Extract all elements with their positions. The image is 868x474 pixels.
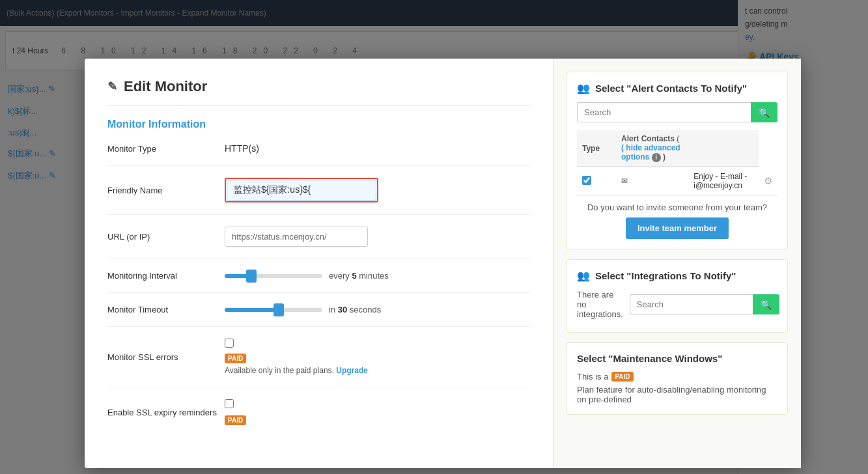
friendly-name-label: Friendly Name [107, 186, 225, 195]
alert-contacts-search-button[interactable]: 🔍 [751, 102, 777, 122]
interval-slider-track[interactable] [225, 274, 322, 278]
info-icon: i [652, 153, 661, 162]
friendly-name-value [225, 178, 530, 202]
interval-slider-thumb[interactable] [246, 270, 257, 283]
modal-title: ✎ Edit Monitor [107, 78, 530, 105]
contact-row: ✉ Enjoy - E-mail - i@mcenjoy.cn ⚙ [577, 167, 777, 196]
enable-ssl-label: Enable SSL expiry reminders [107, 408, 225, 417]
no-integrations-text: There are no integrations. [577, 290, 623, 319]
monitor-timeout-value: in 30 seconds [225, 305, 530, 314]
col-type-header: Type [577, 130, 616, 167]
timeout-value: 30 [338, 305, 347, 314]
no-integrations-area: There are no integrations. 🔍 [577, 290, 777, 319]
integrations-section: 👥 Select "Integrations To Notify" There … [567, 259, 788, 333]
alert-contacts-search-input[interactable] [577, 102, 751, 122]
contact-type-icon-cell: ✉ [616, 167, 688, 196]
interval-slider-label: every 5 minutes [329, 271, 389, 281]
maintenance-text: This is a PAID Plan feature for auto-dis… [577, 372, 777, 404]
monitor-type-label: Monitor Type [107, 144, 225, 154]
ssl-errors-label: Monitor SSL errors [107, 352, 225, 362]
timeout-slider-track[interactable] [225, 308, 322, 312]
ssl-upgrade-link[interactable]: Upgrade [336, 366, 368, 375]
modal-right-panel: 👥 Select "Alert Contacts To Notify" 🔍 Ty… [553, 59, 801, 468]
integrations-search-bar: 🔍 [630, 294, 779, 314]
monitoring-interval-row: Monitoring Interval every 5 minutes [107, 271, 530, 293]
contact-gear-cell: ⚙ [759, 167, 777, 196]
enable-ssl-value: PAID [225, 399, 530, 425]
edit-icon: ✎ [107, 79, 117, 94]
enable-ssl-checkbox[interactable] [225, 399, 234, 408]
url-input[interactable] [225, 227, 368, 247]
interval-slider-fill [225, 274, 249, 278]
maintenance-section: Select "Maintenance Windows" This is a P… [567, 342, 788, 415]
ssl-errors-checkbox[interactable] [225, 339, 234, 348]
monitor-type-value: HTTP(s) [225, 143, 530, 154]
monitor-information-title: Monitor Information [107, 118, 530, 130]
integrations-people-icon: 👥 [577, 270, 590, 282]
url-value [225, 227, 530, 247]
monitoring-interval-value: every 5 minutes [225, 271, 530, 281]
modal-left-panel: ✎ Edit Monitor Monitor Information Monit… [85, 59, 553, 468]
people-icon: 👥 [577, 82, 590, 94]
modal-title-text: Edit Monitor [124, 78, 207, 95]
url-row: URL (or IP) [107, 227, 530, 259]
interval-value: 5 [352, 271, 356, 281]
alert-contacts-title: 👥 Select "Alert Contacts To Notify" [577, 82, 777, 94]
ssl-errors-value: PAID Available only in the paid plans. U… [225, 339, 530, 375]
col-contacts-header: Alert Contacts ( ( hide advanced options… [616, 130, 688, 167]
enable-ssl-paid-badge: PAID [225, 415, 246, 425]
url-label: URL (or IP) [107, 232, 225, 242]
ssl-paid-text: Available only in the paid plans. Upgrad… [225, 366, 530, 375]
enable-ssl-row: Enable SSL expiry reminders PAID [107, 399, 530, 437]
col-actions-header [688, 130, 759, 167]
alert-contacts-section: 👥 Select "Alert Contacts To Notify" 🔍 Ty… [567, 72, 788, 249]
timeout-slider-label: in 30 seconds [329, 305, 381, 314]
interval-unit: minutes [359, 271, 389, 281]
ssl-paid-badge: PAID [225, 354, 246, 363]
maintenance-title: Select "Maintenance Windows" [577, 353, 777, 364]
contacts-table: Type Alert Contacts ( ( hide advanced op… [577, 130, 777, 196]
contact-checkbox[interactable] [582, 176, 591, 185]
monitoring-interval-label: Monitoring Interval [107, 271, 225, 281]
friendly-name-input[interactable] [227, 180, 376, 201]
timeout-unit: seconds [350, 305, 381, 314]
integrations-title: 👥 Select "Integrations To Notify" [577, 270, 777, 282]
timeout-slider-thumb[interactable] [273, 303, 284, 316]
timeout-slider-fill [225, 308, 279, 312]
invite-question-text: Do you want to invite someone from your … [577, 202, 777, 212]
contact-checkbox-cell [577, 167, 616, 196]
monitor-timeout-row: Monitor Timeout in 30 seconds [107, 305, 530, 327]
invite-team-member-button[interactable]: Invite team member [626, 217, 729, 239]
hide-advanced-link[interactable]: ( hide advanced options [621, 143, 680, 161]
integrations-search-button[interactable]: 🔍 [753, 294, 779, 314]
maintenance-paid-badge: PAID [611, 372, 633, 382]
contact-name-cell: Enjoy - E-mail - i@mcenjoy.cn [688, 167, 759, 196]
gear-icon[interactable]: ⚙ [764, 175, 772, 186]
alert-contacts-search-bar: 🔍 [577, 102, 777, 122]
integrations-search-input[interactable] [630, 294, 753, 314]
email-icon: ✉ [621, 176, 628, 186]
friendly-name-row: Friendly Name [107, 178, 530, 215]
edit-monitor-modal: ✎ Edit Monitor Monitor Information Monit… [85, 59, 801, 468]
monitor-timeout-label: Monitor Timeout [107, 305, 225, 314]
monitor-type-row: Monitor Type HTTP(s) [107, 143, 530, 166]
ssl-errors-row: Monitor SSL errors PAID Available only i… [107, 339, 530, 387]
